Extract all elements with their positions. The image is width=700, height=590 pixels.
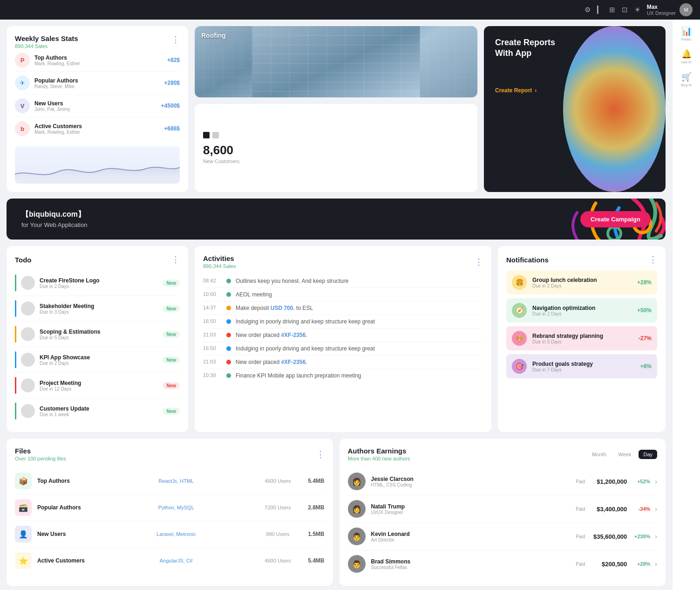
period-tabs: Month Week Day [587, 450, 657, 459]
create-campaign-button[interactable]: Create Campaign [580, 211, 651, 227]
todo-bar [15, 403, 16, 419]
stat-value: +686$ [164, 125, 180, 132]
todo-info: Customers Update Due in 1 week [40, 405, 163, 417]
file-item: 🗃️ Popular Authors Python, MySQL 7200 Us… [15, 494, 325, 521]
author-avatar: 👩 [348, 473, 366, 490]
notif-sub: Due in 2 Days [532, 311, 637, 316]
deposit-link[interactable]: USD 700. [271, 305, 295, 311]
tab-week[interactable]: Week [614, 450, 636, 459]
author-avatar: 👨 [348, 528, 366, 545]
notif-sub: Due in 7 Days [532, 367, 640, 372]
adjust-icon[interactable]: ▎ [597, 6, 603, 14]
active-customers-icon: b [15, 121, 30, 136]
author-paid-label: Paid [557, 507, 585, 512]
notif-title: Navigation optimization [532, 305, 637, 311]
activities-title: Activities [203, 254, 236, 262]
grid-icon[interactable]: ⊡ [622, 6, 628, 14]
todo-avatar [21, 276, 35, 290]
top-nav: ⚙ ▎ ⊞ ⊡ ☀ Max UX Designer M [0, 0, 700, 20]
author-info: Brad Simmons Successful Fellas [371, 558, 557, 570]
todo-item: KPI App Showcase Due in 2 Days New [15, 347, 180, 373]
notif-info: Product goals strategy Due in 7 Days [532, 361, 640, 372]
file-icon: 👤 [15, 526, 32, 542]
stat-info: Active Customers Mark, Rowling, Esther [34, 123, 164, 135]
todo-badge: New [163, 331, 180, 338]
file-users: 890 Users [259, 531, 297, 537]
sidebar-preview-geth[interactable]: 🔔 Get H [674, 46, 699, 67]
todo-due: Due in 2 Days [40, 284, 163, 289]
author-amount: $35,600,000 [585, 533, 627, 540]
todo-name: Customers Update [40, 405, 163, 412]
activities-dots[interactable]: ⋮ [475, 257, 483, 267]
stat-item: b Active Customers Mark, Rowling, Esther… [15, 117, 180, 140]
file-item: 📦 Top Authors ReactJs, HTML 4600 Users 5… [15, 468, 325, 494]
stat-value: +280$ [164, 80, 180, 86]
create-report-link[interactable]: Create Report › [495, 87, 654, 94]
todo-avatar [21, 302, 35, 316]
activity-dot [226, 346, 231, 351]
files-dots[interactable]: ⋮ [316, 449, 325, 460]
new-customers-number: 8,600 [203, 143, 469, 158]
todo-item: Stakeholder Meeting Due in 3 Days New [15, 296, 180, 322]
files-subtitle: Over 100 pending files [15, 456, 66, 461]
file-icon: ⭐ [15, 552, 32, 569]
brightness-icon[interactable]: ☀ [634, 6, 640, 14]
activity-dot [226, 292, 231, 297]
order-link[interactable]: #XF-2356. [281, 332, 307, 338]
geth-label: Get H [681, 60, 691, 64]
notif-value: +28% [637, 279, 652, 286]
todo-item: Scoping & Estimations Due in 5 Days New [15, 322, 180, 347]
search-icon[interactable]: ⚙ [584, 6, 591, 14]
sidebar-preview-prebu[interactable]: 📊 Prebu [674, 23, 699, 44]
author-role: UI/UX Designer [371, 510, 557, 515]
activity-text: Indulging in poorly driving and keep str… [236, 345, 483, 352]
todo-dots[interactable]: ⋮ [171, 254, 180, 265]
layout-icon[interactable]: ⊞ [609, 6, 615, 14]
author-amount: $1,200,000 [585, 478, 627, 485]
todo-item: Project Meeting Due in 12 Days New [15, 373, 180, 398]
stat-label: New Users [34, 100, 161, 107]
main-container: Weekly Sales Stats 890,344 Sales ⋮ P Top… [0, 20, 672, 590]
file-item: 👤 New Users Laravel, Metronic 890 Users … [15, 521, 325, 548]
sidebar-preview-buyn[interactable]: 🛒 Buy N [674, 69, 699, 90]
stat-item: V New Users John, Pat, Jimmy +4500$ [15, 95, 180, 117]
activity-text: Make deposit USD 700. to ESL [236, 305, 483, 311]
author-item: 👨 Kevin Leonard Art Director Paid $35,60… [348, 523, 658, 550]
notifications-dots[interactable]: ⋮ [649, 254, 657, 265]
tab-day[interactable]: Day [639, 450, 657, 459]
todo-card: Todo ⋮ Create FireStone Logo Due in 2 Da… [7, 246, 188, 432]
author-change: +230% [627, 534, 650, 539]
order-link-2[interactable]: #XF-2356. [281, 359, 307, 365]
activity-text: New order placed #XF-2356. [236, 332, 483, 338]
square-light [212, 132, 219, 138]
file-name: Active Customers [37, 557, 93, 564]
arrow-icon[interactable]: › [655, 478, 657, 485]
file-item: ⭐ Active Customers AngularJS, C# 4600 Us… [15, 548, 325, 574]
arrow-icon[interactable]: › [655, 533, 657, 540]
activity-time: 08:42 [203, 278, 222, 283]
weekly-sales-dots[interactable]: ⋮ [171, 34, 180, 45]
activity-dot [226, 306, 231, 310]
todo-due: Due in 3 Days [40, 309, 163, 315]
row-4: Files Over 100 pending files ⋮ 📦 Top Aut… [7, 439, 666, 586]
todo-name: Scoping & Estimations [40, 329, 163, 335]
geth-icon: 🔔 [681, 49, 692, 59]
activity-time: 16:50 [203, 318, 222, 324]
weekly-sales-subtitle: 890,344 Sales [15, 43, 180, 49]
file-size: 5.4MB [297, 478, 325, 484]
todo-bar [15, 326, 16, 343]
tab-month[interactable]: Month [587, 450, 611, 459]
campaign-text: 【biqubiqu.com】 for Your Web Application [21, 210, 571, 228]
todo-info: Project Meeting Due in 12 Days [40, 380, 163, 391]
stat-label: Active Customers [34, 123, 164, 130]
file-tech: Laravel, Metronic [93, 531, 259, 537]
file-tech: AngularJS, C# [93, 558, 259, 563]
stat-names: John, Pat, Jimmy [34, 107, 161, 112]
arrow-icon[interactable]: › [655, 505, 657, 513]
activity-dot [226, 333, 231, 337]
notification-icon: 🍔 [512, 275, 527, 290]
reports-title: Create Reports With App [495, 37, 654, 59]
activity-time: 10:30 [203, 372, 222, 378]
activity-item: 21:03 New order placed #XF-2356. [203, 356, 483, 369]
arrow-icon[interactable]: › [655, 560, 657, 568]
